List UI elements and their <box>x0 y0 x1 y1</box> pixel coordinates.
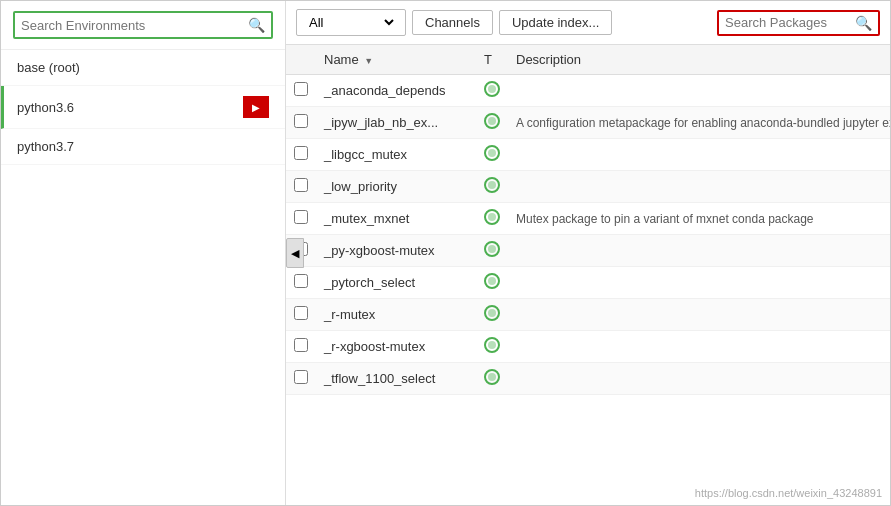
pkg-checkbox[interactable] <box>294 178 308 192</box>
update-index-button[interactable]: Update index... <box>499 10 612 35</box>
pkg-checkbox[interactable] <box>294 274 308 288</box>
table-row: _anaconda_depends <box>286 75 890 107</box>
pkg-name: _anaconda_depends <box>316 75 476 107</box>
env-label: base (root) <box>17 60 80 75</box>
collapse-sidebar-button[interactable]: ◀ <box>286 238 304 268</box>
sidebar: 🔍 base (root)python3.6▶python3.7 <box>1 1 286 505</box>
packages-table: Name ▼ T Description _anaconda_depends_i… <box>286 45 890 395</box>
pkg-name: _r-mutex <box>316 299 476 331</box>
status-circle-icon <box>484 369 500 385</box>
pkg-description <box>508 75 890 107</box>
pkg-type <box>476 107 508 139</box>
filter-select[interactable]: AllInstalledNot installedUpdatable <box>305 14 397 31</box>
table-row: _tflow_1100_select <box>286 363 890 395</box>
pkg-name: _tflow_1100_select <box>316 363 476 395</box>
col-name[interactable]: Name ▼ <box>316 45 476 75</box>
pkg-description <box>508 331 890 363</box>
pkg-checkbox[interactable] <box>294 146 308 160</box>
pkg-type <box>476 299 508 331</box>
search-env-box: 🔍 <box>13 11 273 39</box>
col-type: T <box>476 45 508 75</box>
channels-button[interactable]: Channels <box>412 10 493 35</box>
pkg-checkbox[interactable] <box>294 114 308 128</box>
play-icon[interactable]: ▶ <box>243 96 269 118</box>
pkg-checkbox[interactable] <box>294 82 308 96</box>
pkg-description <box>508 171 890 203</box>
table-row: _low_priority <box>286 171 890 203</box>
search-pkg-icon: 🔍 <box>855 15 872 31</box>
status-circle-icon <box>484 145 500 161</box>
pkg-name: _low_priority <box>316 171 476 203</box>
pkg-name: _mutex_mxnet <box>316 203 476 235</box>
env-label: python3.7 <box>17 139 74 154</box>
pkg-checkbox[interactable] <box>294 338 308 352</box>
search-env-input[interactable] <box>21 18 248 33</box>
pkg-description: Mutex package to pin a variant of mxnet … <box>508 203 890 235</box>
search-env-container: 🔍 <box>1 1 285 50</box>
env-item-python37[interactable]: python3.7 <box>1 129 285 165</box>
status-circle-icon <box>484 177 500 193</box>
col-description: Description <box>508 45 890 75</box>
toolbar: AllInstalledNot installedUpdatable Chann… <box>286 1 890 45</box>
pkg-checkbox[interactable] <box>294 370 308 384</box>
col-check <box>286 45 316 75</box>
pkg-description <box>508 299 890 331</box>
search-env-icon: 🔍 <box>248 17 265 33</box>
table-row: _pytorch_select <box>286 267 890 299</box>
status-circle-icon <box>484 113 500 129</box>
name-sort-icon: ▼ <box>364 56 373 66</box>
pkg-name: _libgcc_mutex <box>316 139 476 171</box>
pkg-type <box>476 203 508 235</box>
pkg-type <box>476 267 508 299</box>
pkg-type <box>476 171 508 203</box>
pkg-name: _py-xgboost-mutex <box>316 235 476 267</box>
pkg-description: A configuration metapackage for enabling… <box>508 107 890 139</box>
status-circle-icon <box>484 273 500 289</box>
env-list: base (root)python3.6▶python3.7 <box>1 50 285 505</box>
pkg-type <box>476 235 508 267</box>
table-header-row: Name ▼ T Description <box>286 45 890 75</box>
pkg-type <box>476 139 508 171</box>
pkg-name: _pytorch_select <box>316 267 476 299</box>
main-container: 🔍 base (root)python3.6▶python3.7 ◀ AllIn… <box>0 0 891 506</box>
filter-dropdown[interactable]: AllInstalledNot installedUpdatable <box>296 9 406 36</box>
pkg-name: _r-xgboost-mutex <box>316 331 476 363</box>
pkg-type <box>476 363 508 395</box>
search-pkg-input[interactable] <box>725 15 855 30</box>
pkg-type <box>476 75 508 107</box>
pkg-description <box>508 235 890 267</box>
pkg-name: _ipyw_jlab_nb_ex... <box>316 107 476 139</box>
table-row: _r-mutex <box>286 299 890 331</box>
packages-table-container: Name ▼ T Description _anaconda_depends_i… <box>286 45 890 505</box>
status-circle-icon <box>484 337 500 353</box>
pkg-description <box>508 363 890 395</box>
pkg-description <box>508 267 890 299</box>
table-row: _py-xgboost-mutex <box>286 235 890 267</box>
pkg-checkbox[interactable] <box>294 306 308 320</box>
table-row: _r-xgboost-mutex <box>286 331 890 363</box>
env-label: python3.6 <box>17 100 74 115</box>
packages-tbody: _anaconda_depends_ipyw_jlab_nb_ex...A co… <box>286 75 890 395</box>
table-row: _libgcc_mutex <box>286 139 890 171</box>
status-circle-icon <box>484 241 500 257</box>
status-circle-icon <box>484 209 500 225</box>
table-row: _mutex_mxnetMutex package to pin a varia… <box>286 203 890 235</box>
env-item-python36[interactable]: python3.6▶ <box>1 86 285 129</box>
pkg-type <box>476 331 508 363</box>
search-pkg-container: 🔍 <box>717 10 880 36</box>
pkg-description <box>508 139 890 171</box>
table-row: _ipyw_jlab_nb_ex...A configuration metap… <box>286 107 890 139</box>
status-circle-icon <box>484 305 500 321</box>
pkg-checkbox[interactable] <box>294 210 308 224</box>
env-item-base[interactable]: base (root) <box>1 50 285 86</box>
content-panel: ◀ AllInstalledNot installedUpdatable Cha… <box>286 1 890 505</box>
status-circle-icon <box>484 81 500 97</box>
